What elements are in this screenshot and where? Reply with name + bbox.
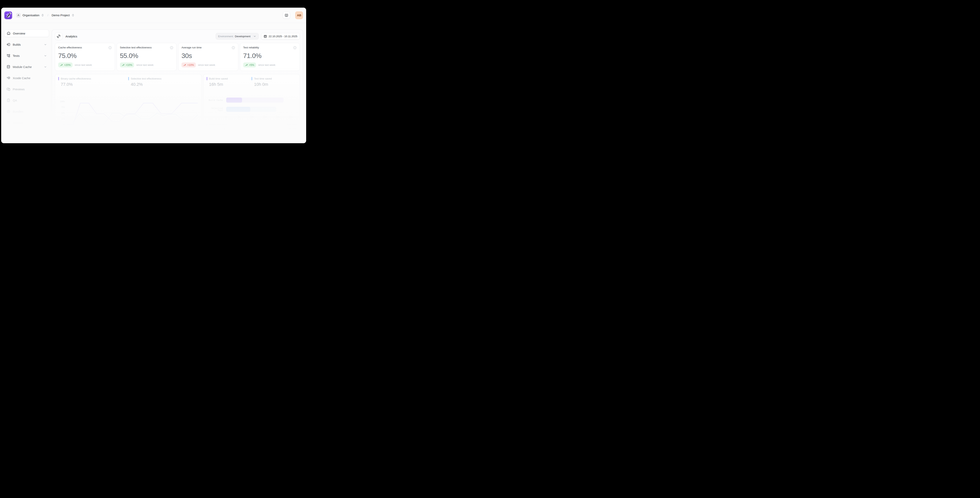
date-range-button[interactable]: 22.10.2025 - 10.11.2025 (261, 33, 300, 40)
metric-title: Cache effectiveness (58, 46, 82, 49)
time-saved-legend: Actual build time 22h 10m Actual test ti… (207, 123, 296, 130)
legend-build-time-saved: Build time saved 16h 5m (207, 77, 252, 87)
sidebar-item-previews[interactable]: Previews (4, 86, 49, 93)
bar-fill (226, 107, 250, 112)
svg-text:Jan 21: Jan 21 (73, 128, 81, 130)
legend-marker (207, 128, 207, 130)
sidebar-item-label: Overview (13, 32, 25, 35)
calendar-icon (264, 35, 267, 38)
bar-axis-tick: 0 (225, 116, 227, 118)
charts-row: Binary cache effectiveness 77.0% Selecti… (55, 74, 300, 134)
legend-marker (207, 124, 207, 126)
sidebar-item-label: Bundles (13, 110, 23, 113)
sidebar-item-label: QA (13, 99, 17, 102)
legend-value: 22h 10m (287, 123, 296, 126)
sidebar-item-xcode-cache[interactable]: Xcode Cache (4, 74, 49, 82)
metric-note: since last week (136, 63, 153, 67)
sidebar-item-bundles[interactable]: Bundles (4, 108, 49, 115)
legend-current-value: 77.0% (61, 82, 128, 87)
sidebar-item-label: Xcode Cache (13, 76, 30, 80)
legend-value: 19h 20m (287, 127, 296, 130)
legend-current-value: 40.2% (131, 82, 198, 87)
breadcrumb-separator: / (48, 14, 48, 17)
sidebar: Overview Builds Tests (1, 23, 52, 143)
bar-row-label: Build Cache (207, 99, 226, 101)
legend-marker (128, 77, 129, 80)
sidebar-item-label: Module Cache (13, 65, 32, 68)
database-icon (6, 65, 10, 69)
metric-card-average-run-time: Average run time 30s +10% since last wee… (178, 43, 238, 71)
donut-chart-icon (6, 109, 10, 113)
metric-title: Average run time (181, 46, 202, 49)
bar-fill (226, 98, 242, 103)
concentric-arcs-icon (57, 34, 60, 38)
org-avatar-badge: A (16, 13, 21, 17)
docs-button[interactable] (283, 11, 290, 19)
metric-value: 75.0% (58, 52, 112, 60)
sidebar-item-label: Previews (13, 87, 25, 91)
date-range-value: 22.10.2025 - 10.11.2025 (269, 35, 298, 38)
info-icon[interactable] (232, 46, 235, 49)
sidebar-item-tests[interactable]: Tests (4, 52, 49, 59)
chevron-down-icon[interactable] (44, 54, 47, 57)
sidebar-item-label: Settings (13, 121, 23, 124)
sidebar-item-module-cache[interactable]: Module Cache (4, 63, 49, 71)
cube-speed-icon (6, 76, 10, 80)
metric-badge-2: +10% (181, 62, 196, 67)
app-header: A Organisation / Demo Project (1, 8, 306, 23)
chevron-down-icon[interactable] (44, 65, 47, 68)
org-name[interactable]: Organisation (22, 14, 40, 17)
legend-actual-test-time: Actual test time 19h 20m (207, 127, 296, 130)
bar-x-axis-ticks: 05h10h15h20h25h (226, 116, 296, 119)
svg-text:50%: 50% (61, 112, 65, 114)
legend-actual-build-time: Actual build time 22h 10m (207, 123, 296, 126)
builds-icon (6, 43, 10, 46)
metric-value: 30s (181, 52, 235, 60)
project-switcher-chevron-up-down-icon[interactable] (72, 14, 75, 17)
bar-track (226, 107, 276, 112)
open-book-icon (285, 13, 288, 17)
svg-text:Jan 28: Jan 28 (186, 128, 193, 130)
main-panel: Analytics Environment: Development (52, 29, 303, 143)
user-avatar[interactable]: AB (295, 11, 303, 19)
bar-axis-tick: 10h (250, 116, 254, 118)
sidebar-item-qa[interactable]: QA (4, 97, 49, 104)
chevron-down-icon (253, 35, 256, 38)
info-icon[interactable] (108, 46, 112, 49)
time-saved-bar-chart: Build Cache Selective Test 05h10h15h20h2… (207, 98, 296, 119)
info-icon[interactable] (170, 46, 173, 49)
devices-icon (6, 87, 10, 91)
analytics-button[interactable] (55, 33, 62, 40)
tests-tree-icon (6, 54, 10, 58)
effectiveness-chart-card: Binary cache effectiveness 77.0% Selecti… (55, 74, 202, 134)
project-name[interactable]: Demo Project (51, 14, 70, 17)
metric-title: Selective test effectiveness (120, 46, 152, 49)
breadcrumb: A Organisation / Demo Project (16, 13, 75, 17)
home-icon (7, 31, 11, 35)
metric-badge-1: +10% (120, 62, 134, 67)
bar-axis-tick: 20h (276, 116, 280, 118)
time-saved-card: Build time saved 16h 5m Test time saved … (203, 74, 300, 134)
metric-title: Test reliability (243, 46, 259, 49)
bar-row-selective-test: Selective Test (207, 107, 296, 112)
environment-label: Environment: (218, 35, 234, 38)
environment-select[interactable]: Environment: Development (216, 33, 259, 40)
app-window: A Organisation / Demo Project (1, 8, 306, 143)
trend-up-arrow-icon (60, 63, 63, 67)
analytics-toolbar: Analytics Environment: Development (55, 33, 300, 40)
legend-marker (251, 77, 252, 80)
trend-up-arrow-icon (122, 63, 124, 67)
sidebar-item-overview[interactable]: Overview (4, 30, 49, 37)
effectiveness-line-chart: 100%75%50%25%0%Jan 21Jan 28 (58, 100, 199, 131)
metric-note: since last week (258, 63, 275, 67)
info-icon[interactable] (293, 46, 296, 49)
legend-selective-test: Selective test effectiveness 40.2% (128, 77, 198, 87)
org-switcher-chevron-up-down-icon[interactable] (41, 14, 44, 17)
metric-value: 55.0% (120, 52, 173, 60)
legend-marker (207, 77, 207, 80)
chevron-down-icon[interactable] (44, 43, 47, 46)
sidebar-item-settings[interactable]: Settings (4, 119, 49, 126)
legend-test-time-saved: Test time saved 10h 0m (251, 77, 296, 87)
tuist-logo[interactable] (4, 11, 12, 19)
sidebar-item-builds[interactable]: Builds (4, 41, 49, 48)
